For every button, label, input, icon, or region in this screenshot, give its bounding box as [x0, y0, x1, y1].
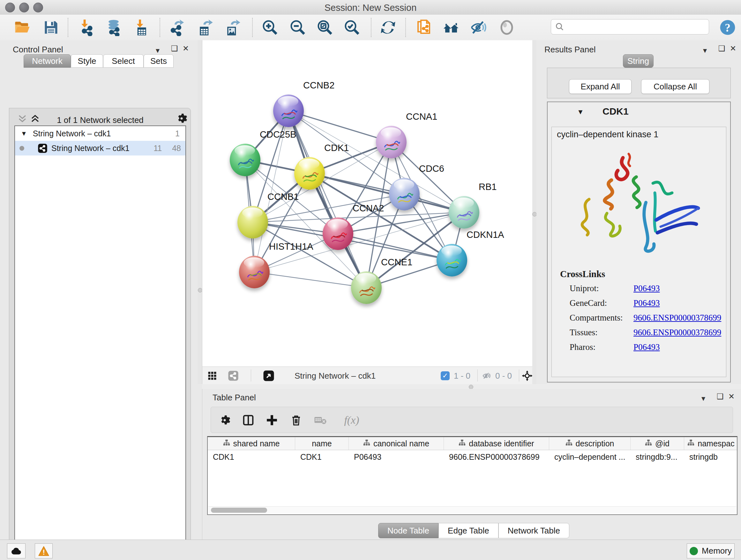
table-cell[interactable]: P06493 — [349, 450, 444, 463]
left-splitter-handle[interactable] — [198, 288, 202, 293]
horizontal-splitter[interactable] — [202, 384, 741, 389]
refresh-icon[interactable] — [379, 18, 397, 37]
import-database-icon[interactable] — [105, 18, 123, 37]
tab-sets[interactable]: Sets — [144, 54, 174, 68]
results-panel-float-icon[interactable]: ❑ — [718, 45, 725, 52]
tab-network[interactable]: Network — [23, 54, 71, 68]
column-header-description[interactable]: description — [549, 437, 630, 450]
hide-unhide-icon[interactable] — [470, 18, 488, 37]
import-table-icon[interactable] — [132, 18, 150, 37]
share-document-icon[interactable] — [415, 18, 433, 37]
edge-CCNA2-CDKN1A[interactable] — [338, 234, 452, 260]
add-column-icon[interactable] — [264, 412, 280, 428]
tab-style[interactable]: Style — [71, 54, 103, 68]
crosslink-value-link[interactable]: P06493 — [633, 342, 660, 352]
zoom-fit-icon[interactable] — [316, 18, 334, 37]
table-panel-close-icon[interactable]: ✕ — [728, 393, 735, 400]
collection-expand-icon[interactable]: ▼ — [21, 130, 27, 137]
delete-column-icon[interactable] — [288, 412, 304, 428]
network-row-selected[interactable]: String Network – cdk1 11 48 — [15, 141, 185, 155]
right-splitter[interactable] — [532, 40, 536, 384]
gene-expand-icon[interactable]: ▼ — [577, 108, 584, 116]
control-panel-menu-icon[interactable]: ▾ — [156, 47, 159, 54]
table-panel-menu-icon[interactable]: ▾ — [701, 395, 705, 401]
edge-CCNB2-CCNE1[interactable] — [288, 111, 366, 288]
cloud-button[interactable] — [7, 543, 25, 558]
open-session-icon[interactable] — [13, 18, 31, 37]
table-hscrollbar[interactable] — [208, 506, 736, 514]
column-header-namespac[interactable]: namespac — [684, 437, 738, 450]
control-panel-close-icon[interactable]: ✕ — [183, 45, 189, 52]
tab-string[interactable]: String — [623, 54, 654, 68]
table-cell[interactable]: stringdb:9... — [630, 450, 684, 463]
edge-HIST1H1A-CCNE1[interactable] — [254, 272, 366, 288]
node-CCNE1[interactable] — [351, 271, 382, 304]
node-CDC6[interactable] — [389, 178, 420, 210]
horizontal-splitter-handle[interactable] — [469, 385, 473, 389]
export-image-icon[interactable] — [223, 18, 241, 37]
tab-select[interactable]: Select — [103, 54, 144, 68]
preview-eye-icon[interactable] — [498, 18, 516, 37]
network-collection-row[interactable]: ▼ String Network – cdk1 1 — [15, 126, 185, 141]
zoom-in-icon[interactable] — [261, 18, 279, 37]
crosslink-value-link[interactable]: 9606.ENSP00000378699 — [633, 327, 721, 337]
column-header-canonical-name[interactable]: canonical name — [349, 437, 444, 450]
node-CCNA2[interactable] — [323, 217, 353, 250]
crosslink-value-link[interactable]: P06493 — [633, 298, 660, 308]
function-builder-icon[interactable]: f(x) — [337, 412, 366, 428]
zoom-out-icon[interactable] — [289, 18, 307, 37]
column-header--id[interactable]: @id — [630, 437, 684, 450]
node-CDK1[interactable] — [294, 157, 325, 190]
help-icon[interactable]: ? — [719, 18, 737, 37]
column-header-shared-name[interactable]: shared name — [208, 437, 295, 450]
right-splitter-handle[interactable] — [532, 212, 537, 216]
export-network-icon[interactable] — [169, 18, 186, 37]
memory-button[interactable]: Memory — [687, 543, 735, 558]
tab-edge-table[interactable]: Edge Table — [439, 523, 498, 538]
column-header-database-identifier[interactable]: database identifier — [444, 437, 549, 450]
search-input[interactable] — [564, 22, 709, 32]
warnings-button[interactable] — [35, 543, 53, 558]
network-canvas[interactable]: CCNB2CCNA1CDC25BCDK1CDC6RB1CCNB1CCNA2CDK… — [202, 40, 532, 367]
import-network-icon[interactable] — [78, 18, 96, 37]
crosslink-value-link[interactable]: 9606.ENSP00000378699 — [633, 313, 721, 323]
edge-CDK1-RB1[interactable] — [310, 173, 464, 212]
table-cell[interactable]: CDK1 — [295, 450, 349, 463]
selected-checkbox-icon[interactable]: ✓ — [441, 371, 450, 380]
string-overview-icon[interactable] — [228, 370, 239, 381]
fit-selected-crosshair-icon[interactable] — [522, 370, 533, 381]
results-panel-menu-icon[interactable]: ▾ — [703, 47, 707, 54]
node-CDKN1A[interactable] — [436, 244, 467, 276]
table-cell[interactable]: 9606.ENSP00000378699 — [444, 450, 549, 463]
zoom-selected-icon[interactable] — [343, 18, 361, 37]
table-hscroll-thumb[interactable] — [211, 508, 267, 513]
birds-eye-grid-icon[interactable] — [207, 371, 217, 381]
network-options-gear-icon[interactable] — [176, 113, 187, 124]
node-CCNB1[interactable] — [238, 206, 268, 239]
table-cell[interactable]: CDK1 — [208, 450, 295, 463]
node-RB1[interactable] — [449, 196, 479, 229]
column-header-name[interactable]: name — [295, 437, 349, 450]
control-panel-float-icon[interactable]: ❑ — [171, 45, 178, 52]
delete-table-icon[interactable] — [313, 412, 328, 428]
show-columns-icon[interactable] — [240, 412, 256, 428]
table-panel-float-icon[interactable]: ❑ — [717, 393, 724, 400]
left-splitter[interactable] — [198, 40, 202, 384]
node-CDC25B[interactable] — [230, 144, 260, 176]
edge-CCNB2-CCNA1[interactable] — [288, 111, 391, 142]
table-row[interactable]: CDK1CDK1P064939606.ENSP00000378699cyclin… — [208, 450, 737, 463]
tab-node-table[interactable]: Node Table — [378, 523, 439, 538]
collapse-all-button[interactable]: Collapse All — [641, 79, 710, 94]
detach-view-icon[interactable] — [263, 370, 274, 381]
node-HIST1H1A[interactable] — [239, 256, 270, 288]
tab-network-table[interactable]: Network Table — [498, 523, 569, 538]
export-table-icon[interactable] — [196, 18, 214, 37]
node-CCNA1[interactable] — [376, 126, 407, 159]
results-panel-close-icon[interactable]: ✕ — [730, 45, 736, 52]
string-home-icon[interactable] — [442, 18, 460, 37]
node-CCNB2[interactable] — [273, 95, 304, 127]
node-table[interactable]: shared namenamecanonical namedatabase id… — [207, 436, 738, 515]
table-settings-gear-icon[interactable] — [217, 412, 232, 428]
table-cell[interactable]: cyclin–dependent ... — [549, 450, 630, 463]
expand-all-button[interactable]: Expand All — [569, 79, 631, 94]
